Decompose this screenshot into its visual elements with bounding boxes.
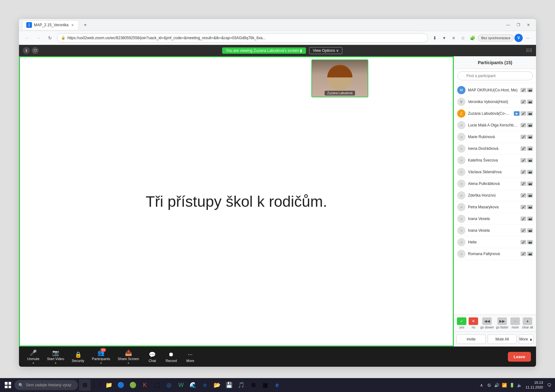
- taskbar-app-4[interactable]: 🔵: [115, 379, 127, 391]
- tray-volume-icon[interactable]: 🔈: [516, 382, 523, 389]
- participant-item[interactable]: ○ Helie 🎤 📷: [454, 236, 536, 248]
- minimize-button[interactable]: —: [504, 21, 513, 29]
- tray-chevron[interactable]: ∧: [478, 382, 485, 389]
- favorites-icon[interactable]: ☆: [459, 34, 468, 42]
- taskbar-app-14[interactable]: 🖥: [247, 379, 259, 391]
- invite-button[interactable]: invite: [457, 334, 486, 344]
- participant-video-icon: 📷: [527, 100, 533, 104]
- reaction-more-button[interactable]: ··· more: [510, 317, 520, 329]
- participant-item[interactable]: M MAP OKRUHU(Co-Host, Me) 🎤 📷: [454, 84, 536, 96]
- toolbar-item-chat[interactable]: 💬Chat: [143, 350, 161, 364]
- participant-item[interactable]: ○ Alena Pulkrábková 🎤 📷: [454, 178, 536, 190]
- start-button[interactable]: [3, 380, 13, 390]
- participant-name: Romana Faltýnová: [468, 252, 518, 256]
- taskbar-app-11[interactable]: 📂: [211, 379, 223, 391]
- taskbar-app-13[interactable]: 🎵: [235, 379, 247, 391]
- reaction-go faster-button[interactable]: ▶▶ go faster: [496, 317, 508, 329]
- taskbar-app-zoom[interactable]: e: [271, 379, 283, 391]
- leave-button[interactable]: Leave: [508, 352, 531, 362]
- url-bar[interactable]: 🔒 https://us02web.zoom.us/wc/82380592558…: [57, 33, 428, 43]
- collections-icon[interactable]: ✦: [440, 34, 449, 42]
- participant-item[interactable]: Z Zuzana Labudová(Co-Host) ▶ 🎤 📷: [454, 108, 536, 119]
- tray-battery-icon[interactable]: 🔋: [508, 382, 515, 389]
- reaction-clear all-button[interactable]: ♦ clear all: [522, 317, 533, 329]
- participant-item[interactable]: ○ Petra Masarykova 🎤 📷: [454, 201, 536, 213]
- notification-icon[interactable]: 🗨: [546, 382, 552, 389]
- toolbar-item-unmute[interactable]: 🎤Unmute▲: [24, 348, 43, 365]
- taskbar-app-12[interactable]: 💾: [223, 379, 235, 391]
- taskbar-app-8[interactable]: ◎: [163, 379, 175, 391]
- restore-button[interactable]: ❐: [514, 21, 523, 29]
- participant-item[interactable]: ○ Marie Rubínová 🎤 📷: [454, 131, 536, 143]
- tab-close-button[interactable]: ✕: [70, 23, 75, 27]
- active-tab[interactable]: Z MAP_2.15_Veronika ✕: [22, 20, 79, 30]
- taskbar-app-9[interactable]: W: [175, 379, 187, 391]
- participant-avatar: V: [457, 98, 465, 106]
- participant-name: Helie: [468, 240, 518, 244]
- participant-name: Petra Masarykova: [468, 205, 518, 209]
- toolbar-item-security[interactable]: 🔒Security: [69, 350, 88, 364]
- downloads-icon[interactable]: ⬇: [430, 34, 439, 42]
- reaction-go slower-button[interactable]: ◀◀ go slower: [480, 317, 494, 329]
- participant-item[interactable]: ○ Kateřina Švecova 🎤 📷: [454, 155, 536, 166]
- forward-button[interactable]: →: [34, 34, 43, 42]
- taskbar-app-5[interactable]: 🟢: [127, 379, 139, 391]
- camera-thumbnail: Zuzana Labudová: [311, 59, 368, 97]
- taskbar-search-icon: 🔍: [18, 383, 23, 388]
- participant-item[interactable]: V Veronika Vyborná(Host) 🎤 📷: [454, 96, 536, 108]
- search-input[interactable]: [457, 71, 533, 80]
- participant-icons: 🎤 📷: [521, 181, 533, 186]
- tray-icon-1[interactable]: G: [486, 382, 493, 389]
- read-aloud-icon[interactable]: ≡: [449, 34, 458, 42]
- participant-item[interactable]: ○ Zdeňka Honzívú 🎤 📷: [454, 190, 536, 201]
- camera-face: [327, 65, 352, 90]
- taskbar-app-edge[interactable]: e: [199, 379, 211, 391]
- more-button[interactable]: More ▲: [519, 334, 533, 344]
- participant-mic-icon: 🎤: [521, 252, 526, 256]
- participant-item[interactable]: ○ Ivena Dvořáčková 🎤 📷: [454, 143, 536, 155]
- toolbar-item-more[interactable]: ···More: [181, 350, 199, 364]
- toolbar-item-share_screen[interactable]: 📤Share Screen▲: [115, 348, 142, 365]
- tray-wifi-icon[interactable]: 📶: [501, 382, 508, 389]
- taskbar-app-3[interactable]: 📁: [103, 379, 115, 391]
- participant-item[interactable]: ○ Lucie Malá A Olga Kerschbaumová 🎤 📷: [454, 119, 536, 131]
- close-button[interactable]: ✕: [524, 21, 533, 29]
- refresh-button[interactable]: ↻: [46, 34, 54, 42]
- reaction-yes-button[interactable]: ✓ yes: [457, 317, 466, 329]
- participant-item[interactable]: ○ Romana Faltýnová 🎤 📷: [454, 248, 536, 260]
- taskbar-app-15[interactable]: ▦: [259, 379, 271, 391]
- toolbar-item-record[interactable]: ⏺Record: [162, 350, 180, 364]
- participant-name: Lucie Malá A Olga Kerschbaumová: [468, 123, 518, 127]
- participant-item[interactable]: ○ Ivana Vesela 🎤 📷: [454, 225, 536, 236]
- taskbar-clock[interactable]: 15:13 11.11.2020: [526, 380, 543, 390]
- sync-button[interactable]: Bez synchronizace: [478, 34, 514, 41]
- new-tab-button[interactable]: +: [81, 21, 89, 29]
- back-button[interactable]: ←: [23, 34, 32, 42]
- zoom-top-icons: ℹ 🛡: [23, 47, 39, 54]
- settings-icon[interactable]: ···: [523, 34, 532, 42]
- participants-list: M MAP OKRUHU(Co-Host, Me) 🎤 📷 V Veronika…: [454, 83, 536, 315]
- profile-avatar[interactable]: V: [514, 34, 523, 42]
- mute-all-button[interactable]: Mute All: [488, 334, 517, 344]
- toolbar-caret-share_screen: ▲: [127, 361, 130, 364]
- taskbar-app-2[interactable]: ⋮⋮: [91, 379, 103, 391]
- participant-icons: 🎤 📷: [521, 193, 533, 198]
- toolbar-item-start_video[interactable]: 📷Start Video▲: [44, 348, 67, 365]
- reaction-no-button[interactable]: ✕ no: [469, 317, 478, 329]
- zoom-info-icon[interactable]: ℹ: [23, 47, 30, 54]
- taskbar-right: ∧ G 🔊 📶 🔋 🔈 15:13 11.11.2020 🗨: [478, 380, 552, 390]
- toolbar-item-participants[interactable]: 15👥Participants▲: [89, 348, 113, 365]
- toolbar-icon-unmute: 🎤: [29, 349, 38, 356]
- participant-item[interactable]: ○ Ivana Vesela 🎤 📷: [454, 213, 536, 225]
- taskbar-app-10[interactable]: 🌊: [187, 379, 199, 391]
- zoom-view-options-button[interactable]: View Options ∨: [309, 47, 342, 54]
- taskbar-app-7[interactable]: ⬚: [151, 379, 163, 391]
- zoom-security-icon[interactable]: 🛡: [32, 47, 39, 54]
- participant-item[interactable]: ○ Václava Sklenářova 🎤 📷: [454, 166, 536, 178]
- taskbar-search[interactable]: 🔍 Sem zadejte hledaný výraz: [15, 380, 78, 390]
- tray-icon-2[interactable]: 🔊: [493, 382, 500, 389]
- taskbar-app-6[interactable]: K: [139, 379, 151, 391]
- taskbar-app-1[interactable]: ⊞: [79, 379, 90, 391]
- tab-title: MAP_2.15_Veronika: [34, 23, 68, 27]
- extensions-icon[interactable]: 🧩: [468, 34, 477, 42]
